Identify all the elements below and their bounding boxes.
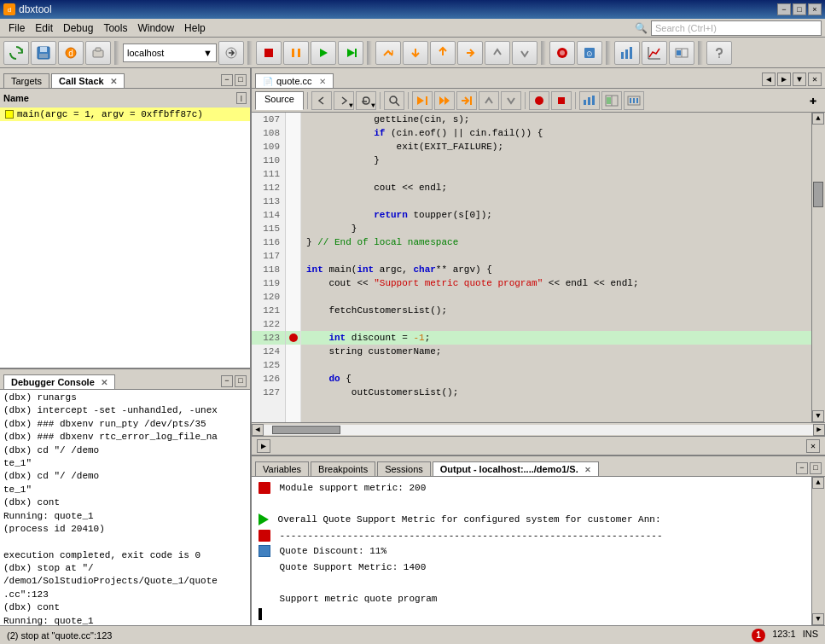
src-stop-btn[interactable] xyxy=(551,91,572,110)
menu-debug[interactable]: Debug xyxy=(58,20,98,36)
pause-button[interactable] xyxy=(283,41,309,65)
console-close-btn[interactable]: ✕ xyxy=(806,439,820,453)
breakpoints-button[interactable] xyxy=(549,41,575,65)
console-line: .cc":123 xyxy=(3,589,247,601)
tab-output[interactable]: Output - localhost:..../demo1/S. ✕ xyxy=(433,461,599,476)
src-perf-btn[interactable] xyxy=(579,91,600,110)
tab-callstack-close[interactable]: ✕ xyxy=(110,77,117,86)
out-scroll-down[interactable]: ▼ xyxy=(812,613,824,625)
src-mem-btn[interactable] xyxy=(624,91,644,110)
code-line-118: int main(int argc, char** argv) { xyxy=(301,263,811,276)
menu-window[interactable]: Window xyxy=(132,20,179,36)
help-button[interactable] xyxy=(706,41,732,65)
tab-targets[interactable]: Targets xyxy=(3,73,49,88)
debugger-console-close[interactable]: ✕ xyxy=(101,378,107,387)
output-content[interactable]: Module support metric: 200 Overall Quote… xyxy=(252,477,811,625)
continue-button[interactable] xyxy=(311,41,336,65)
svg-rect-1 xyxy=(40,47,47,52)
chart2-button[interactable] xyxy=(642,41,667,65)
hscroll-right-btn[interactable]: ▶ xyxy=(813,424,825,436)
tab-source-file[interactable]: 📄 quote.cc ✕ xyxy=(255,73,334,88)
menu-file[interactable]: File xyxy=(3,20,30,36)
output-tab-close[interactable]: ✕ xyxy=(584,466,591,474)
scroll-down-btn[interactable]: ▼ xyxy=(812,410,824,422)
close-button[interactable]: × xyxy=(808,3,822,15)
search-input[interactable]: Search (Ctrl+I) xyxy=(651,20,822,36)
src-bp-stop-btn[interactable] xyxy=(529,91,549,110)
console-expand-btn[interactable]: ▶ xyxy=(257,439,270,453)
panel-minimize-btn[interactable]: − xyxy=(221,74,233,86)
chart1-button[interactable] xyxy=(614,41,640,65)
source-tab-close[interactable]: ✕ xyxy=(319,77,326,86)
tab-callstack[interactable]: Call Stack ✕ xyxy=(51,73,125,88)
line-num-108: 108 xyxy=(252,126,285,140)
src-thread-btn[interactable] xyxy=(601,91,622,110)
debugger-max-btn[interactable]: □ xyxy=(235,375,247,387)
reload-button[interactable] xyxy=(3,41,29,65)
next-tab-btn[interactable]: ▶ xyxy=(777,73,791,86)
menu-tools[interactable]: Tools xyxy=(98,20,132,36)
src-search-btn[interactable] xyxy=(384,91,404,110)
src-finish-btn[interactable] xyxy=(456,91,477,110)
prev-tab-btn[interactable]: ◀ xyxy=(762,73,776,86)
code-vscrollbar[interactable]: ▲ ▼ xyxy=(811,113,825,422)
run-to-button[interactable] xyxy=(338,41,363,65)
src-step-btn[interactable] xyxy=(412,91,433,110)
src-back-btn[interactable] xyxy=(311,91,332,110)
tab-sessions[interactable]: Sessions xyxy=(377,461,431,476)
finish-button[interactable] xyxy=(457,41,483,65)
output-vscrollbar[interactable]: ▲ ▼ xyxy=(811,477,825,625)
console-line: te_1" xyxy=(3,457,247,470)
bottom-panel: Variables Breakpoints Sessions Output - … xyxy=(252,455,825,625)
col-resize[interactable]: | xyxy=(236,92,247,104)
menu-help[interactable]: Help xyxy=(179,20,211,36)
tab-debugger-console[interactable]: Debugger Console ✕ xyxy=(3,374,115,389)
hscroll-thumb[interactable] xyxy=(272,426,340,434)
bottom-min-btn[interactable]: − xyxy=(796,462,808,474)
panel-maximize-btn[interactable]: □ xyxy=(235,74,247,86)
src-refresh-btn[interactable]: ▼ xyxy=(356,91,376,110)
step-over-button[interactable] xyxy=(375,41,401,65)
host-combo[interactable]: localhost ▼ xyxy=(123,44,217,62)
source-view-btn[interactable]: Source xyxy=(255,91,304,110)
hscroll-left-btn[interactable]: ◀ xyxy=(252,424,264,436)
chart3-button[interactable] xyxy=(669,41,694,65)
output-line-5: Quote Discount: 11% xyxy=(259,543,805,560)
src-down-btn[interactable] xyxy=(501,91,521,110)
window-controls[interactable]: − □ × xyxy=(777,3,822,15)
code-hscrollbar[interactable]: ◀ ▶ xyxy=(252,422,825,436)
out-scroll-up[interactable]: ▲ xyxy=(812,477,824,489)
save-button[interactable] xyxy=(31,41,56,65)
debugger-console-content[interactable]: (dbx) runargs (dbx) intercept -set -unha… xyxy=(0,390,250,625)
step-out-button[interactable] xyxy=(430,41,456,65)
callstack-item[interactable]: main(argc = 1, argv = 0xffbff87c) xyxy=(0,107,250,121)
src-sep2 xyxy=(380,92,381,109)
src-up-btn[interactable] xyxy=(479,91,499,110)
tab-breakpoints[interactable]: Breakpoints xyxy=(311,461,375,476)
code-content[interactable]: gettLine(cin, s); if (cin.eof() || cin.f… xyxy=(301,113,811,422)
up-frame-button[interactable] xyxy=(485,41,510,65)
tab-close-all-btn[interactable]: ✕ xyxy=(808,73,822,86)
step-into-button[interactable] xyxy=(403,41,428,65)
load-button[interactable]: ⊙ xyxy=(577,41,602,65)
bottom-max-btn[interactable]: □ xyxy=(810,462,822,474)
attach-button[interactable] xyxy=(85,41,111,65)
src-fwd-btn[interactable]: ▼ xyxy=(334,91,354,110)
menu-edit[interactable]: Edit xyxy=(30,20,58,36)
bp-111 xyxy=(286,167,300,181)
search-area: 🔍 Search (Ctrl+I) xyxy=(635,20,822,36)
output-line-6: Quote Support Metric: 1400 xyxy=(259,560,805,576)
tab-variables[interactable]: Variables xyxy=(255,461,309,476)
tab-list-btn[interactable]: ▼ xyxy=(793,73,806,86)
debug-button[interactable]: d xyxy=(58,41,84,65)
minimize-button[interactable]: − xyxy=(777,3,791,15)
src-add-btn[interactable]: ✚ xyxy=(805,92,822,109)
src-next-btn[interactable] xyxy=(434,91,455,110)
maximize-button[interactable]: □ xyxy=(793,3,806,15)
stop-button[interactable] xyxy=(256,41,282,65)
scroll-thumb[interactable] xyxy=(813,182,823,207)
debugger-min-btn[interactable]: − xyxy=(221,375,233,387)
scroll-up-btn[interactable]: ▲ xyxy=(812,113,824,125)
connect-button[interactable] xyxy=(218,41,244,65)
down-frame-button[interactable] xyxy=(512,41,537,65)
